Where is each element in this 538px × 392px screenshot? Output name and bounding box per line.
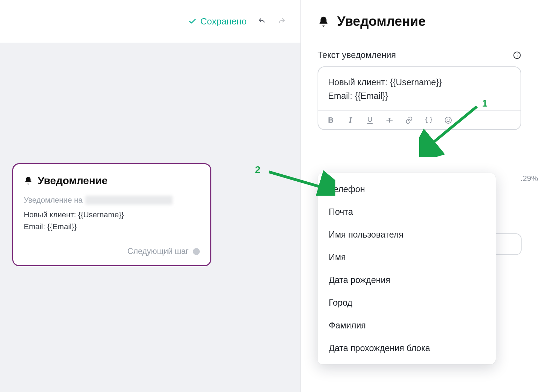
svg-point-2	[517, 53, 517, 54]
percent-indicator: .29%	[521, 174, 538, 183]
node-body-line2: Email: {{Email}}	[24, 221, 200, 233]
bold-button[interactable]: B	[326, 115, 336, 125]
emoji-button[interactable]	[443, 115, 453, 125]
info-icon[interactable]	[513, 51, 521, 59]
panel-header: Уведомление	[318, 14, 521, 29]
redacted-recipient	[85, 196, 173, 205]
dropdown-item-block-date[interactable]: Дата прохождения блока	[318, 337, 496, 360]
node-header: Уведомление	[24, 175, 200, 187]
underline-button[interactable]	[365, 115, 375, 125]
link-button[interactable]	[404, 115, 414, 125]
dropdown-item-city[interactable]: Город	[318, 291, 496, 314]
node-body: Новый клиент: {{Username}} Email: {{Emai…	[24, 209, 200, 233]
italic-button[interactable]: I	[346, 115, 355, 125]
dropdown-item-username[interactable]: Имя пользователя	[318, 223, 496, 246]
node-title: Уведомление	[38, 175, 108, 187]
dropdown-item-surname[interactable]: Фамилия	[318, 314, 496, 337]
variable-dropdown[interactable]: Телефон Почта Имя пользователя Имя Дата …	[318, 173, 496, 364]
canvas-area[interactable]: Уведомление Уведомление на Новый клиент:…	[0, 43, 300, 392]
undo-button[interactable]	[257, 16, 267, 26]
topbar: Сохранено	[0, 0, 300, 43]
bell-icon	[318, 16, 329, 28]
variable-button[interactable]	[424, 115, 434, 125]
dropdown-item-name[interactable]: Имя	[318, 246, 496, 269]
check-icon	[188, 17, 197, 26]
node-footer: Следующий шаг	[24, 247, 200, 256]
link-icon	[405, 116, 413, 124]
editor-toolbar: B I	[318, 110, 521, 129]
notification-text-editor[interactable]: Новый клиент: {{Username}} Email: {{Emai…	[318, 66, 521, 130]
panel-title: Уведомление	[337, 14, 426, 29]
strikethrough-button[interactable]	[385, 115, 394, 125]
side-panel: Уведомление Текст уведомления Новый клие…	[300, 0, 538, 392]
braces-icon	[424, 116, 433, 124]
next-step-label: Следующий шаг	[128, 247, 189, 256]
dropdown-item-email[interactable]: Почта	[318, 201, 496, 223]
node-meta-line: Уведомление на	[24, 196, 200, 205]
saved-status: Сохранено	[188, 16, 247, 27]
svg-point-6	[447, 119, 448, 119]
dropdown-item-phone[interactable]: Телефон	[318, 178, 496, 201]
editor-content[interactable]: Новый клиент: {{Username}} Email: {{Emai…	[318, 67, 521, 110]
emoji-icon	[444, 116, 452, 124]
undo-icon	[258, 17, 266, 26]
node-body-line1: Новый клиент: {{Username}}	[24, 209, 200, 221]
svg-point-5	[445, 117, 451, 123]
notification-text-label: Текст уведомления	[318, 50, 396, 60]
svg-point-7	[449, 119, 450, 119]
redo-button[interactable]	[277, 16, 286, 26]
undo-redo-group	[257, 16, 286, 26]
node-meta-prefix: Уведомление на	[24, 196, 82, 205]
redo-icon	[277, 17, 286, 26]
field-label-row: Текст уведомления	[318, 50, 521, 60]
strikethrough-icon	[385, 116, 394, 124]
annotation-number-1: 1	[482, 98, 488, 109]
next-step-handle[interactable]	[193, 248, 200, 255]
saved-label: Сохранено	[200, 16, 247, 27]
dropdown-item-birthdate[interactable]: Дата рождения	[318, 269, 496, 291]
bell-icon	[24, 176, 33, 185]
underline-icon	[366, 116, 374, 124]
annotation-number-2: 2	[255, 164, 261, 175]
notification-node[interactable]: Уведомление Уведомление на Новый клиент:…	[12, 163, 211, 266]
editor-line1: Новый клиент: {{Username}}	[328, 75, 511, 89]
